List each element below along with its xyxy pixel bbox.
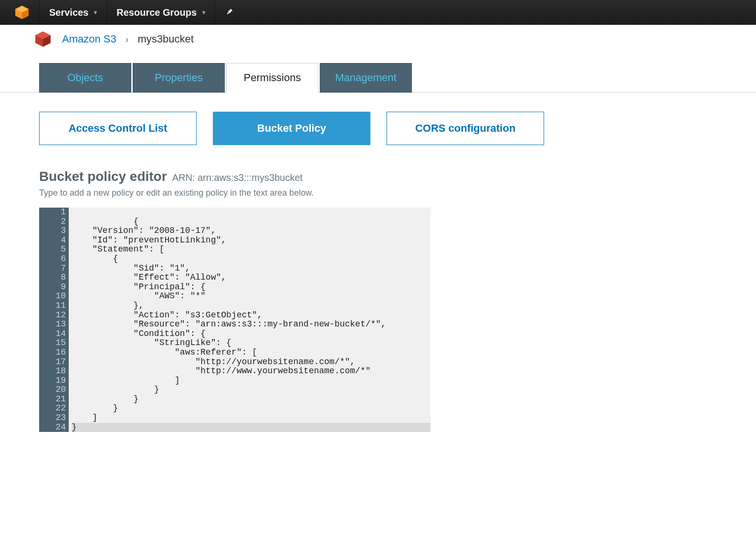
- code-line: "http://www.yourwebsitename.com/*": [72, 367, 430, 376]
- menu-resource-groups[interactable]: Resource Groups ▾: [107, 0, 215, 25]
- menu-services[interactable]: Services ▾: [39, 0, 107, 25]
- line-number: 22: [39, 404, 66, 413]
- permissions-subtabs: Access Control List Bucket Policy CORS c…: [39, 112, 737, 145]
- code-line: "StringLike": {: [72, 338, 430, 348]
- line-number: 3: [39, 226, 66, 236]
- line-number: 20: [39, 385, 66, 395]
- line-number: 9: [39, 283, 66, 292]
- line-number: 17: [39, 357, 66, 367]
- subtab-acl-label: Access Control List: [69, 122, 168, 135]
- line-number: 24: [39, 423, 66, 432]
- line-number: 21: [39, 395, 66, 404]
- line-number-gutter: 123456789101112131415161718192021222324: [39, 208, 69, 432]
- tab-management-label: Management: [335, 72, 396, 84]
- editor-arn: ARN: arn:aws:s3:::mys3bucket: [172, 172, 303, 183]
- code-line: "Id": "preventHotLinking",: [72, 236, 430, 245]
- code-line: ]: [72, 376, 430, 386]
- code-line: "Sid": "1",: [72, 264, 430, 273]
- code-line: },: [72, 301, 430, 311]
- policy-editor[interactable]: 123456789101112131415161718192021222324 …: [39, 208, 430, 432]
- breadcrumb-separator-icon: ›: [126, 34, 129, 44]
- tab-content: Access Control List Bucket Policy CORS c…: [0, 93, 756, 451]
- line-number: 13: [39, 320, 66, 329]
- code-line: "http://yourwebsitename.com/*",: [72, 357, 430, 367]
- chevron-down-icon: ▾: [202, 9, 205, 16]
- s3-bucket-icon: [33, 30, 52, 49]
- chevron-down-icon: ▾: [94, 9, 97, 16]
- code-line: "Principal": {: [72, 283, 430, 292]
- subtab-cors-label: CORS configuration: [415, 122, 515, 135]
- policy-code-area[interactable]: { "Version": "2008-10-17", "Id": "preven…: [69, 208, 430, 432]
- editor-title: Bucket policy editor: [39, 169, 167, 184]
- code-line: "aws:Referer": [: [72, 348, 430, 357]
- line-number: 8: [39, 273, 66, 283]
- code-line: [72, 208, 430, 217]
- line-number: 23: [39, 413, 66, 423]
- code-line: {: [72, 254, 430, 264]
- breadcrumb-current: mys3bucket: [137, 33, 193, 45]
- line-number: 4: [39, 236, 66, 245]
- line-number: 15: [39, 338, 66, 348]
- line-number: 6: [39, 254, 66, 264]
- tab-properties[interactable]: Properties: [133, 63, 225, 93]
- subtab-acl[interactable]: Access Control List: [39, 112, 197, 145]
- code-line: }: [72, 423, 430, 432]
- subtab-cors[interactable]: CORS configuration: [387, 112, 544, 145]
- aws-cube-icon: [14, 5, 30, 20]
- code-line: }: [72, 395, 430, 404]
- code-line: }: [72, 385, 430, 395]
- tab-objects-label: Objects: [67, 72, 103, 84]
- line-number: 1: [39, 208, 66, 217]
- editor-subtitle: Type to add a new policy or edit an exis…: [39, 188, 737, 198]
- line-number: 10: [39, 292, 66, 301]
- line-number: 18: [39, 367, 66, 376]
- subtab-bucket-policy-label: Bucket Policy: [257, 122, 326, 135]
- menu-resource-groups-label: Resource Groups: [116, 7, 197, 18]
- line-number: 5: [39, 245, 66, 254]
- tab-management[interactable]: Management: [320, 63, 412, 93]
- code-line: ]: [72, 413, 430, 423]
- line-number: 7: [39, 264, 66, 273]
- tab-objects[interactable]: Objects: [39, 63, 131, 93]
- breadcrumb: Amazon S3 › mys3bucket: [62, 33, 194, 45]
- line-number: 14: [39, 329, 66, 339]
- line-number: 19: [39, 376, 66, 386]
- line-number: 16: [39, 348, 66, 357]
- breadcrumb-row: Amazon S3 › mys3bucket: [0, 25, 756, 63]
- tab-permissions[interactable]: Permissions: [226, 63, 318, 93]
- subtab-bucket-policy[interactable]: Bucket Policy: [213, 112, 370, 145]
- code-line: "Statement": [: [72, 245, 430, 254]
- pin-icon[interactable]: [225, 7, 233, 18]
- code-line: "Condition": {: [72, 329, 430, 339]
- menu-services-label: Services: [49, 7, 88, 18]
- tab-permissions-label: Permissions: [244, 72, 301, 84]
- topbar: Services ▾ Resource Groups ▾: [0, 0, 756, 25]
- line-number: 2: [39, 217, 66, 227]
- main-tabs: Objects Properties Permissions Managemen…: [39, 63, 756, 93]
- breadcrumb-root-link[interactable]: Amazon S3: [62, 33, 116, 45]
- line-number: 12: [39, 311, 66, 320]
- editor-header: Bucket policy editor ARN: arn:aws:s3:::m…: [39, 169, 737, 198]
- code-line: {: [72, 217, 430, 227]
- code-line: "AWS": "*": [72, 292, 430, 301]
- code-line: }: [72, 404, 430, 413]
- code-line: "Resource": "arn:aws:s3:::my-brand-new-b…: [72, 320, 430, 329]
- line-number: 11: [39, 301, 66, 311]
- code-line: "Effect": "Allow",: [72, 273, 430, 283]
- code-line: "Version": "2008-10-17",: [72, 226, 430, 236]
- code-line: "Action": "s3:GetObject",: [72, 311, 430, 320]
- tab-properties-label: Properties: [155, 72, 202, 84]
